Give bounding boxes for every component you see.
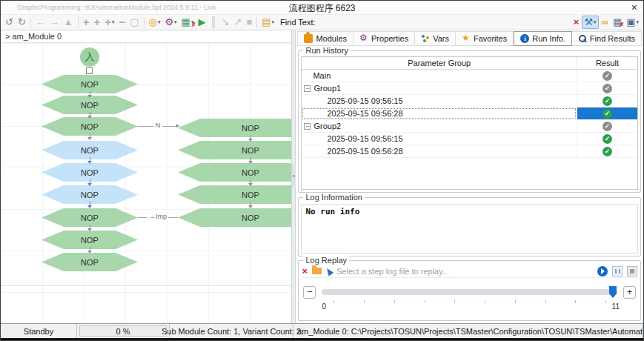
settings-gear-icon[interactable]: ⚙▾ — [163, 16, 178, 29]
tab-modules[interactable]: Modules — [297, 31, 353, 46]
parameter-label: Group2 — [313, 122, 341, 130]
flow-node-r1[interactable]: NOP — [178, 119, 291, 137]
flowchart-area[interactable]: 入NOPNOPNOPNOPNOPNOPNOPNOPNOPNOPNOPNOPNOP… — [1, 43, 291, 323]
slider-tick — [515, 300, 516, 303]
tab-vars[interactable]: Vars — [415, 31, 456, 46]
wrench-tools-icon[interactable]: ⚒▾ — [582, 16, 598, 29]
slider-tick — [605, 300, 606, 303]
redo-icon[interactable]: ↻ — [16, 16, 27, 29]
flow-node-l3[interactable]: NOP — [42, 117, 138, 136]
record-icon[interactable]: ◎▾ — [147, 16, 162, 29]
splitter-collapse-icon[interactable]: › — [292, 164, 296, 188]
column-result: Result — [577, 57, 637, 69]
flow-node-l7[interactable]: NOP — [42, 208, 138, 227]
start-node[interactable]: 入 — [80, 47, 99, 67]
parameter-cell[interactable]: 2025-09-15 09:56:15 — [302, 95, 577, 107]
nav-up-icon[interactable]: ▲ — [62, 16, 75, 29]
slider-decrement-button[interactable]: − — [303, 286, 316, 299]
step-into-icon[interactable]: ↘ — [220, 16, 231, 29]
flow-node-l2[interactable]: NOP — [42, 96, 138, 114]
flow-node-l8[interactable]: NOP — [42, 231, 138, 249]
collapse-icon[interactable]: − — [304, 85, 311, 92]
node-label: NOP — [242, 168, 259, 177]
flow-node-r5[interactable]: NOP — [178, 208, 291, 227]
node-label: NOP — [242, 213, 259, 222]
validate-table-icon[interactable]: ▦✗▾ — [180, 16, 196, 29]
flow-node-r3[interactable]: NOP — [178, 163, 291, 182]
run-icon[interactable]: ▶ — [196, 16, 207, 29]
run-history-rows: Main✓−Group1✓2025-09-15 09:56:15✓2025-09… — [302, 70, 637, 158]
stop-icon[interactable]: ■ — [245, 16, 253, 29]
panel-tab-bar: ModulesPropertiesVarsFavoritesRun Info.F… — [297, 31, 642, 46]
run-history-row[interactable]: 2025-09-15 09:56:15✓ — [302, 95, 637, 107]
flow-node-r4[interactable]: NOP — [178, 185, 291, 204]
tab-label: Properties — [371, 34, 408, 43]
replay-file-placeholder: Select a step log file to replay... — [336, 267, 593, 276]
export-icon[interactable]: ▣▾ — [625, 16, 640, 29]
slider-increment-button[interactable]: + — [623, 286, 636, 299]
run-history-row[interactable]: 2025-09-15 09:56:28✓ — [302, 145, 637, 158]
result-check-icon: ✓ — [602, 122, 612, 131]
fit-view-icon[interactable]: ▢ — [128, 16, 140, 29]
flow-node-r2[interactable]: NOP — [178, 141, 291, 159]
flow-node-l9[interactable]: NOP — [42, 253, 138, 271]
flow-node-l4[interactable]: NOP — [42, 141, 138, 159]
run-history-row[interactable]: −Group1✓ — [302, 82, 637, 95]
pause-icon[interactable]: ║ — [208, 16, 218, 29]
clear-log-icon[interactable]: × — [302, 265, 308, 277]
parameter-cell[interactable]: 2025-09-15 09:56:15 — [302, 133, 577, 145]
close-icon[interactable]: × — [631, 1, 637, 14]
step-out-icon[interactable]: ↗ — [233, 16, 244, 29]
link-icon[interactable]: ∞ — [600, 16, 610, 29]
window-subtitle: GraphicProgramming: rtUIAutomationModule… — [17, 4, 216, 11]
log-information-content: No run info — [301, 204, 638, 254]
node-label: NOP — [242, 146, 259, 155]
parameter-cell[interactable]: 2025-09-15 09:56:28 — [302, 107, 577, 119]
dropdown-caret-icon: ▾ — [636, 19, 639, 25]
flow-node-l1[interactable]: NOP — [42, 75, 138, 93]
slider-thumb[interactable] — [609, 286, 617, 298]
slider-track[interactable] — [322, 289, 617, 295]
run-history-row[interactable]: −Group2✓ — [302, 120, 637, 133]
replay-play-button[interactable] — [597, 266, 608, 277]
slider-min-label: 0 — [322, 302, 326, 311]
script-log-icon[interactable]: ▤▾ — [260, 16, 276, 29]
remove-node-icon[interactable]: − — [118, 16, 127, 29]
nav-forward-icon[interactable]: → — [48, 16, 61, 29]
run-history-title: Run History — [303, 46, 350, 55]
parameter-cell[interactable]: −Group2 — [302, 120, 577, 132]
find-text-input[interactable] — [319, 16, 571, 28]
run-history-row[interactable]: 2025-09-15 09:56:28✓ — [302, 107, 637, 120]
tab-properties[interactable]: Properties — [353, 31, 415, 46]
parameter-cell[interactable]: 2025-09-15 09:56:28 — [302, 145, 577, 157]
open-folder-icon[interactable] — [312, 268, 322, 274]
run-history-row[interactable]: Main✓ — [302, 70, 637, 82]
tab-run-info[interactable]: Run Info. — [514, 31, 572, 46]
tab-favorites[interactable]: Favorites — [456, 31, 514, 46]
node-label: NOP — [81, 80, 99, 89]
result-check-icon: ✓ — [602, 84, 612, 93]
collapse-icon[interactable]: − — [304, 123, 311, 130]
replay-stop-button[interactable] — [627, 266, 637, 277]
node-label: NOP — [81, 122, 99, 131]
run-history-row[interactable]: 2025-09-15 09:56:15✓ — [302, 133, 637, 145]
tab-find-results[interactable]: Find Results — [572, 31, 642, 46]
clear-grid-icon[interactable]: ▦✗ — [611, 16, 623, 29]
replay-pause-button[interactable] — [612, 266, 623, 277]
flow-node-l6[interactable]: NOP — [42, 185, 138, 204]
branch-link-n: N▸ — [138, 121, 178, 131]
status-bar: Standby 0 % Sub Module Count: 1, Variant… — [1, 323, 643, 340]
right-panel: ModulesPropertiesVarsFavoritesRun Info.F… — [296, 30, 643, 323]
parameter-cell[interactable]: Main — [302, 70, 577, 82]
nav-back-icon[interactable]: ← — [34, 16, 47, 29]
title-bar: GraphicProgramming: rtUIAutomationModule… — [1, 1, 643, 14]
add-node-icon[interactable]: + — [82, 16, 91, 29]
flow-node-l5[interactable]: NOP — [42, 163, 138, 182]
add-branch-icon[interactable]: + — [92, 16, 102, 29]
add-more-icon[interactable]: +▾ — [103, 16, 116, 29]
parameter-cell[interactable]: −Group1 — [302, 82, 577, 94]
node-label: NOP — [81, 258, 99, 267]
cursor-pointer-icon[interactable] — [325, 266, 333, 276]
clear-find-icon[interactable]: × — [572, 16, 581, 29]
undo-icon[interactable]: ↺ — [4, 16, 15, 29]
